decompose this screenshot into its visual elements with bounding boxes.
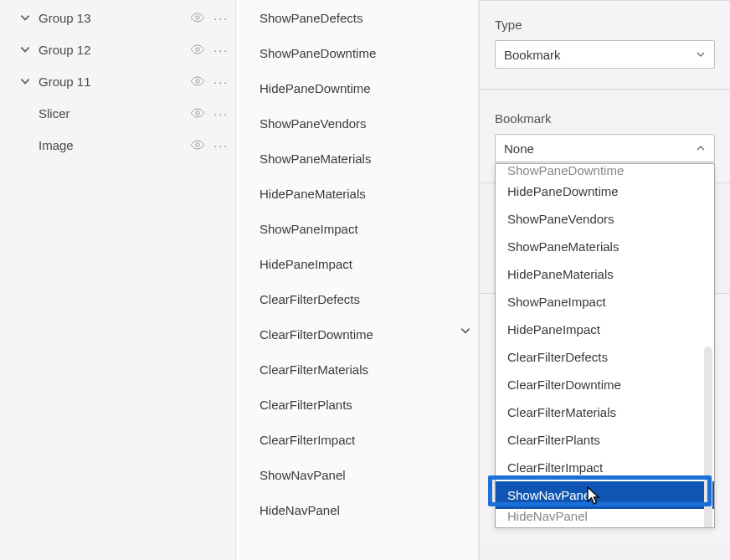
bookmark-select-value: None	[504, 141, 534, 156]
more-options-icon[interactable]: ···	[213, 106, 229, 121]
bookmark-list-item[interactable]: ShowPaneVendors	[236, 105, 478, 141]
type-select[interactable]: Bookmark	[495, 40, 715, 69]
bookmark-list-item[interactable]: ShowPaneDowntime	[236, 35, 478, 70]
scrollbar-thumb[interactable]	[704, 347, 712, 528]
tree-group-item[interactable]: Group 13···	[0, 2, 235, 33]
bookmark-list-item[interactable]: ShowPaneImpact	[236, 211, 478, 246]
dropdown-option[interactable]: ClearFilterPlants	[496, 426, 714, 454]
visibility-eye-icon[interactable]	[190, 107, 205, 119]
dropdown-option[interactable]: HideNavPanel	[496, 509, 714, 527]
type-section: Type Bookmark	[480, 0, 730, 90]
dropdown-option[interactable]: HidePaneMaterials	[496, 260, 714, 288]
tree-item-label: Group 11	[39, 74, 183, 89]
tree-item-label: Group 12	[39, 43, 183, 57]
dropdown-option[interactable]: ShowNavPanel	[496, 481, 714, 509]
svg-point-4	[196, 143, 199, 146]
structure-pane: Group 13···Group 12···Group 11···Slicer·…	[0, 0, 236, 560]
visibility-eye-icon[interactable]	[190, 12, 205, 23]
chevron-down-icon[interactable]	[18, 74, 32, 88]
chevron-up-icon	[696, 141, 706, 156]
bookmark-list-item[interactable]: ClearFilterImpact	[236, 422, 478, 457]
bookmark-list-item[interactable]: ShowPaneMaterials	[236, 141, 478, 176]
bookmark-dropdown[interactable]: ShowPaneDowntimeHidePaneDowntimeShowPane…	[495, 163, 715, 528]
bookmark-list-item[interactable]: ClearFilterDowntime	[236, 316, 478, 352]
bookmark-label: Bookmark	[495, 111, 715, 126]
tree-item-label: Group 13	[39, 11, 183, 25]
bookmark-list-pane: ShowPaneDefectsShowPaneDowntimeHidePaneD…	[236, 0, 479, 560]
chevron-down-icon[interactable]	[18, 11, 32, 24]
svg-point-0	[196, 16, 199, 19]
dropdown-option[interactable]: ShowPaneVendors	[496, 205, 714, 233]
dropdown-option[interactable]: HidePaneImpact	[496, 316, 714, 343]
more-options-icon[interactable]: ···	[213, 74, 229, 89]
more-options-icon[interactable]: ···	[213, 11, 229, 25]
bookmark-select[interactable]: None	[495, 134, 715, 162]
visibility-eye-icon[interactable]	[190, 139, 205, 151]
more-options-icon[interactable]: ···	[213, 43, 229, 57]
more-options-icon[interactable]: ···	[213, 138, 229, 152]
tree-leaf-item[interactable]: Slicer···	[0, 97, 235, 129]
dropdown-option[interactable]: ShowPaneDowntime	[496, 164, 714, 177]
visibility-eye-icon[interactable]	[190, 75, 205, 87]
dropdown-option[interactable]: ClearFilterMaterials	[496, 398, 714, 426]
tree-group-item[interactable]: Group 11···	[0, 65, 235, 97]
bookmark-list-item[interactable]: ClearFilterPlants	[236, 387, 478, 422]
svg-point-1	[196, 48, 199, 51]
chevron-down-icon	[460, 325, 471, 339]
tree-item-label: Image	[39, 138, 183, 152]
tree-item-label: Slicer	[39, 106, 183, 121]
dropdown-option[interactable]: ClearFilterDefects	[496, 343, 714, 371]
bookmark-list-item[interactable]: HidePaneDowntime	[236, 70, 478, 105]
dropdown-option[interactable]: ClearFilterImpact	[496, 454, 714, 481]
chevron-down-icon[interactable]	[18, 43, 32, 56]
dropdown-option[interactable]: ShowPaneImpact	[496, 288, 714, 316]
chevron-down-icon	[696, 48, 706, 62]
bookmark-list-item[interactable]: HidePaneImpact	[236, 246, 478, 281]
tree-group-item[interactable]: Group 12···	[0, 33, 235, 65]
type-label: Type	[495, 18, 715, 32]
type-select-value: Bookmark	[504, 48, 561, 62]
bookmark-list-item[interactable]: ShowNavPanel	[236, 457, 478, 492]
svg-point-2	[196, 80, 199, 83]
bookmark-list-item[interactable]: HidePaneMaterials	[236, 176, 478, 211]
dropdown-option[interactable]: ShowPaneMaterials	[496, 233, 714, 260]
tree-leaf-item[interactable]: Image···	[0, 129, 235, 161]
dropdown-option[interactable]: HidePaneDowntime	[496, 177, 714, 205]
bookmark-list-item[interactable]: ClearFilterMaterials	[236, 352, 478, 387]
visibility-eye-icon[interactable]	[190, 44, 205, 55]
bookmark-list-item[interactable]: ShowPaneDefects	[236, 0, 478, 35]
property-pane: Type Bookmark Bookmark None	[479, 0, 730, 560]
bookmark-list-item[interactable]: ClearFilterDefects	[236, 281, 478, 316]
bookmark-list-item[interactable]: HideNavPanel	[236, 492, 478, 527]
svg-point-3	[196, 111, 199, 115]
dropdown-option[interactable]: ClearFilterDowntime	[496, 371, 714, 398]
